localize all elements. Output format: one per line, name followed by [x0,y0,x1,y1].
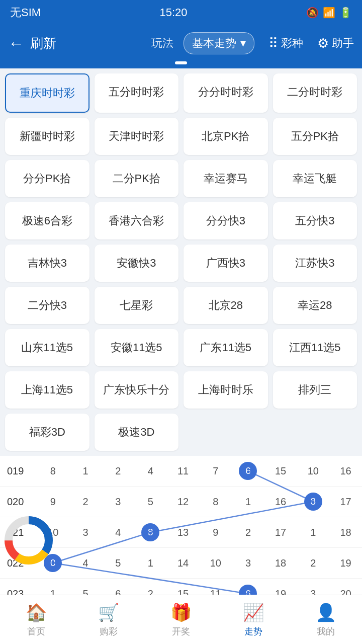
nav-results[interactable]: 🎁 开奖 [145,602,217,637]
table-cell: 2 [232,517,264,548]
table-cell: 1 [134,548,167,579]
table-cell: 19 [329,548,362,579]
status-bar: 无SIM 15:20 🔕 📶 🔋 [0,0,362,25]
lottery-item-21[interactable]: 七星彩 [95,287,179,324]
table-cell: 5 [102,548,134,579]
lottery-item-8[interactable]: 分分PK拾 [5,160,89,197]
table-cell: 12 [167,487,200,517]
lottery-item-1[interactable]: 五分时时彩 [95,73,179,113]
table-cell: 7 [199,456,232,487]
lottery-item-23[interactable]: 幸运28 [273,287,357,324]
table-cell: 9 [199,517,232,548]
back-button[interactable]: ← [8,34,24,53]
carrier-label: 无SIM [10,5,41,20]
nav-trend-label: 走势 [244,625,262,637]
mute-icon: 🔕 [306,7,319,19]
lottery-item-20[interactable]: 二分快3 [5,287,89,324]
lottery-item-17[interactable]: 安徽快3 [95,245,179,282]
lottery-item-14[interactable]: 分分快3 [184,202,268,239]
pie-chart [3,514,55,567]
table-row: 01981241176151016 [0,456,362,487]
indicator-bar [0,61,362,68]
table-cell: 2 [297,548,329,579]
table-cell: 2 [69,487,102,517]
lottery-item-26[interactable]: 广东11选5 [184,329,268,366]
table-cell: 14 [167,548,200,579]
lottery-item-22[interactable]: 北京28 [184,287,268,324]
table-cell: 1 [69,456,102,487]
table-cell: 8 [199,487,232,517]
dropdown-label: 基本走势 [192,36,236,51]
table-cell: 18 [264,548,297,579]
table-cell: 5 [134,487,167,517]
play-label: 玩法 [151,36,173,51]
nav-mine-label: 我的 [317,625,335,637]
lottery-grid-container: 重庆时时彩五分时时彩分分时时彩二分时时彩新疆时时彩天津时时彩北京PK拾五分PK拾… [0,68,362,456]
header-title: 刷新 [30,35,56,52]
lottery-item-0[interactable]: 重庆时时彩 [5,73,89,113]
lottery-grid: 重庆时时彩五分时时彩分分时时彩二分时时彩新疆时时彩天津时时彩北京PK拾五分PK拾… [5,73,357,451]
lottery-item-11[interactable]: 幸运飞艇 [273,160,357,197]
lottery-item-13[interactable]: 香港六合彩 [95,202,179,239]
lottery-item-18[interactable]: 广西快3 [184,245,268,282]
lottery-item-24[interactable]: 山东11选5 [5,329,89,366]
gear-icon: ⚙ [317,36,329,51]
helper-button[interactable]: ⚙ 助手 [317,36,354,51]
lottery-item-19[interactable]: 江苏快3 [273,245,357,282]
trend-dropdown[interactable]: 基本走势 ▾ [184,32,254,54]
table-cell: 6 [232,456,264,487]
nav-trend[interactable]: 📈 走势 [217,602,290,637]
lottery-item-9[interactable]: 二分PK拾 [95,160,179,197]
table-cell: 3 [232,548,264,579]
lottery-button[interactable]: ⠿ 彩种 [268,36,303,51]
lottery-item-16[interactable]: 吉林快3 [5,245,89,282]
lottery-item-6[interactable]: 北京PK拾 [184,118,268,155]
table-cell: 15 [264,456,297,487]
table-cell: 2 [102,456,134,487]
nav-home-label: 首页 [27,625,45,637]
header: ← 刷新 玩法 基本走势 ▾ ⠿ 彩种 ⚙ 助手 [0,25,362,61]
table-cell: 1 [232,487,264,517]
lottery-item-25[interactable]: 安徽11选5 [95,329,179,366]
table-cell: 9 [37,487,69,517]
table-cell: 8 [134,517,167,548]
grid-icon: ⠿ [268,36,278,51]
lottery-item-29[interactable]: 广东快乐十分 [95,371,179,409]
nav-lottery[interactable]: 🛒 购彩 [72,602,145,637]
table-row: 0209235128116817 [0,487,362,517]
cart-icon: 🛒 [98,602,119,622]
table-cell: 17 [329,487,362,517]
table-cell: 8 [37,456,69,487]
home-icon: 🏠 [26,602,47,622]
table-cell: 4 [102,517,134,548]
user-icon: 👤 [315,602,336,622]
table-cell: 13 [167,517,200,548]
chevron-down-icon: ▾ [240,37,246,50]
table-cell: 3 [69,517,102,548]
table-cell: 4 [69,548,102,579]
lottery-label: 彩种 [281,36,303,51]
table-cell: 18 [329,517,362,548]
lottery-item-27[interactable]: 江西11选5 [273,329,357,366]
wifi-icon: 📶 [323,7,335,19]
nav-home[interactable]: 🏠 首页 [0,602,72,637]
table-cell: 11 [167,456,200,487]
time-label: 15:20 [160,6,188,19]
lottery-item-4[interactable]: 新疆时时彩 [5,118,89,155]
lottery-item-3[interactable]: 二分时时彩 [273,73,357,113]
lottery-item-10[interactable]: 幸运赛马 [184,160,268,197]
lottery-item-7[interactable]: 五分PK拾 [273,118,357,155]
lottery-item-32[interactable]: 福彩3D [5,414,89,451]
lottery-item-28[interactable]: 上海11选5 [5,371,89,409]
table-cell: 10 [199,548,232,579]
lottery-item-33[interactable]: 极速3D [95,414,179,451]
lottery-item-31[interactable]: 排列三 [273,371,357,409]
battery-icon: 🔋 [339,7,352,19]
lottery-item-15[interactable]: 五分快3 [273,202,357,239]
nav-mine[interactable]: 👤 我的 [290,602,362,637]
table-cell: 4 [134,456,167,487]
lottery-item-12[interactable]: 极速6合彩 [5,202,89,239]
lottery-item-5[interactable]: 天津时时彩 [95,118,179,155]
lottery-item-2[interactable]: 分分时时彩 [184,73,268,113]
lottery-item-30[interactable]: 上海时时乐 [184,371,268,409]
